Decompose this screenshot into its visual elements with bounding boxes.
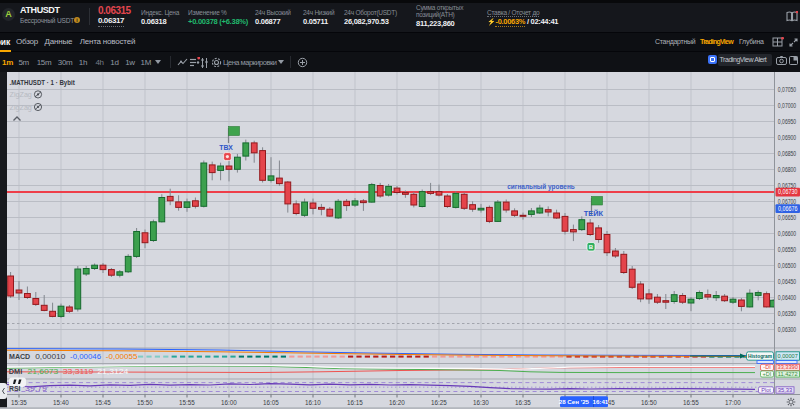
svg-text:ТЕЙК: ТЕЙК: [584, 209, 604, 218]
svg-text:0,00007: 0,00007: [778, 353, 798, 359]
svg-text:0,06400: 0,06400: [778, 294, 797, 301]
svg-text:0,06300: 0,06300: [778, 326, 797, 333]
svg-text:21,6073: 21,6073: [27, 367, 58, 376]
svg-text:0,06800: 0,06800: [778, 166, 797, 173]
svg-text:35,33: 35,33: [778, 387, 793, 393]
svg-text:0,06700: 0,06700: [778, 198, 797, 205]
svg-text:16:30: 16:30: [473, 399, 489, 406]
svg-text:33,3119: 33,3119: [63, 367, 94, 376]
svg-text:ZigZag: ZigZag: [10, 103, 32, 112]
svg-text:-0,00046: -0,00046: [70, 352, 101, 361]
svg-text:28 Сен '25 16:41: 28 Сен '25 16:41: [559, 398, 609, 405]
svg-text:15:50: 15:50: [137, 399, 153, 406]
svg-text:16:10: 16:10: [305, 399, 321, 406]
svg-text:33,3390: 33,3390: [778, 364, 798, 370]
svg-text:0,07050: 0,07050: [778, 86, 797, 93]
svg-text:ТВХ: ТВХ: [219, 143, 232, 152]
svg-text:-DI: -DI: [763, 364, 771, 370]
svg-text:15:45: 15:45: [95, 399, 111, 406]
svg-text:сигнальный уровень: сигнальный уровень: [507, 182, 575, 191]
svg-text:0,06350: 0,06350: [778, 310, 797, 317]
svg-text:0,06500: 0,06500: [778, 262, 797, 269]
svg-text:16:05: 16:05: [263, 399, 279, 406]
svg-text:17:00: 17:00: [725, 399, 741, 406]
svg-text:0,00010: 0,00010: [35, 352, 65, 361]
svg-text:16:00: 16:00: [221, 399, 237, 406]
svg-text:0,06730: 0,06730: [778, 188, 798, 195]
svg-text:MACD: MACD: [9, 352, 30, 361]
svg-text:0,06600: 0,06600: [778, 230, 797, 237]
svg-text:.MATHUSDT · 1 · Bybit: .MATHUSDT · 1 · Bybit: [10, 78, 76, 87]
svg-text:16:20: 16:20: [389, 399, 405, 406]
svg-text:0,06950: 0,06950: [778, 118, 797, 125]
svg-text:0,06850: 0,06850: [778, 150, 797, 157]
svg-text:0,07000: 0,07000: [778, 102, 797, 109]
svg-text:16:35: 16:35: [515, 399, 531, 406]
svg-text:0,06676: 0,06676: [778, 205, 798, 212]
svg-text:ZigZag: ZigZag: [10, 90, 32, 99]
svg-text:21,3124: 21,3124: [97, 367, 128, 376]
svg-text:0,06450: 0,06450: [778, 278, 797, 285]
svg-text:0,06650: 0,06650: [778, 214, 797, 221]
svg-text:RSI: RSI: [9, 384, 21, 393]
svg-text:Histogram: Histogram: [748, 353, 772, 359]
svg-text:+DI: +DI: [763, 371, 772, 377]
svg-text:16:25: 16:25: [431, 399, 447, 406]
svg-text:39,79: 39,79: [25, 384, 47, 393]
svg-text:15:40: 15:40: [53, 399, 69, 406]
svg-text:0,06550: 0,06550: [778, 246, 797, 253]
svg-text:15:55: 15:55: [179, 399, 195, 406]
svg-text:B: B: [589, 244, 594, 250]
svg-text:16:15: 16:15: [347, 399, 363, 406]
svg-text:-0,00055: -0,00055: [106, 352, 138, 361]
svg-text:16:50: 16:50: [641, 399, 657, 406]
svg-text:16:55: 16:55: [683, 399, 699, 406]
svg-text:Plot: Plot: [761, 387, 771, 393]
svg-text:DMI: DMI: [9, 367, 22, 376]
svg-text:0,06900: 0,06900: [778, 134, 797, 141]
svg-text:11,4272: 11,4272: [778, 371, 798, 377]
svg-text:15:35: 15:35: [11, 399, 27, 406]
